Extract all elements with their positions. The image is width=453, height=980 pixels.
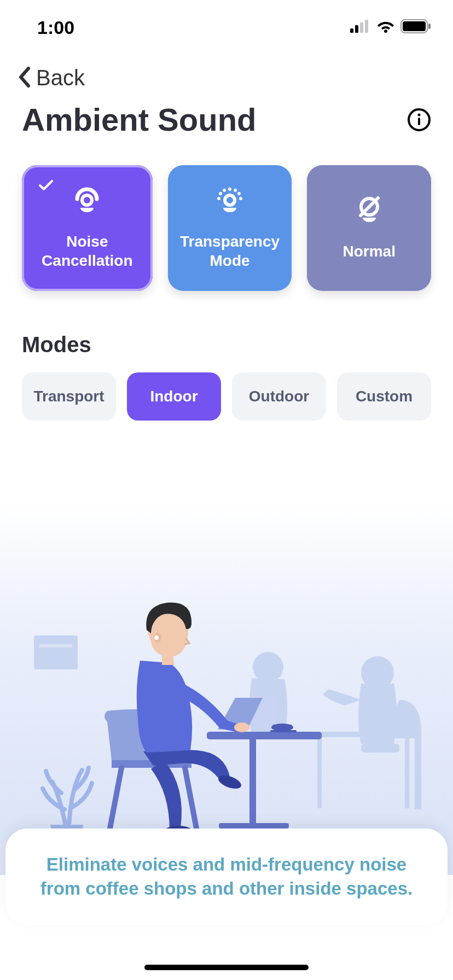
noise-cancellation-icon	[69, 184, 104, 218]
card-noise-cancellation[interactable]: Noise Cancellation	[22, 165, 153, 291]
svg-point-14	[234, 189, 237, 192]
svg-rect-26	[405, 737, 409, 808]
chevron-left-icon	[16, 66, 33, 90]
wifi-icon	[376, 20, 395, 35]
svg-rect-22	[34, 635, 78, 669]
status-bar: 1:00	[0, 0, 453, 55]
svg-point-17	[217, 197, 220, 200]
info-button[interactable]	[407, 108, 431, 132]
chip-label: Custom	[356, 388, 413, 405]
svg-point-12	[228, 188, 231, 191]
svg-point-4	[384, 30, 387, 33]
chip-transport[interactable]: Transport	[22, 372, 116, 421]
svg-rect-31	[249, 739, 256, 827]
svg-rect-10	[418, 118, 420, 125]
svg-rect-35	[270, 730, 297, 732]
status-indicators	[350, 19, 431, 36]
chip-label: Outdoor	[249, 388, 309, 405]
mode-chips: Transport Indoor Outdoor Custom	[0, 372, 453, 421]
modes-section-title: Modes	[0, 313, 453, 372]
description-card: Eliminate voices and mid-frequency noise…	[5, 829, 448, 925]
status-time: 1:00	[37, 17, 74, 38]
home-indicator[interactable]	[144, 965, 309, 970]
svg-point-29	[253, 652, 283, 682]
svg-rect-28	[361, 744, 399, 752]
svg-rect-30	[207, 732, 322, 739]
svg-rect-1	[355, 25, 358, 33]
card-transparency-mode[interactable]: Transparency Mode	[168, 165, 292, 291]
checkmark-icon	[38, 179, 54, 194]
svg-line-37	[185, 768, 197, 831]
svg-rect-6	[403, 21, 426, 31]
transparency-icon	[212, 184, 247, 218]
svg-point-15	[219, 192, 222, 195]
card-label: Transparency Mode	[180, 232, 280, 270]
cellular-icon	[350, 20, 371, 35]
svg-rect-34	[273, 725, 292, 728]
description-text: Eliminate voices and mid-frequency noise…	[27, 853, 426, 901]
svg-point-13	[223, 189, 226, 192]
svg-line-36	[109, 768, 121, 831]
svg-point-40	[234, 722, 249, 732]
svg-rect-23	[39, 644, 72, 648]
info-icon	[407, 108, 431, 132]
mode-illustration	[0, 503, 453, 875]
svg-point-11	[82, 195, 92, 205]
svg-point-18	[239, 197, 242, 200]
svg-point-19	[225, 195, 235, 205]
svg-point-16	[237, 192, 241, 195]
card-normal[interactable]: Normal	[307, 165, 431, 291]
card-label: Noise Cancellation	[42, 232, 132, 270]
svg-point-42	[154, 635, 159, 640]
card-label: Normal	[342, 242, 395, 261]
svg-rect-3	[365, 20, 368, 33]
svg-rect-25	[317, 737, 322, 808]
chip-label: Indoor	[150, 388, 198, 405]
title-row: Ambient Sound	[0, 96, 453, 154]
chip-indoor[interactable]: Indoor	[127, 372, 221, 421]
page-title: Ambient Sound	[22, 101, 257, 138]
chip-label: Transport	[33, 388, 104, 405]
chip-outdoor[interactable]: Outdoor	[232, 372, 326, 421]
svg-rect-7	[428, 24, 431, 29]
back-button[interactable]: Back	[0, 55, 453, 96]
sound-mode-cards: Noise Cancellation Transparency Mode	[0, 154, 453, 313]
normal-icon	[352, 194, 387, 228]
svg-rect-32	[219, 823, 289, 829]
battery-icon	[400, 19, 431, 36]
svg-rect-0	[350, 28, 353, 33]
svg-rect-2	[360, 22, 363, 33]
chip-custom[interactable]: Custom	[337, 372, 431, 421]
svg-point-9	[418, 113, 421, 116]
back-label: Back	[36, 66, 85, 90]
